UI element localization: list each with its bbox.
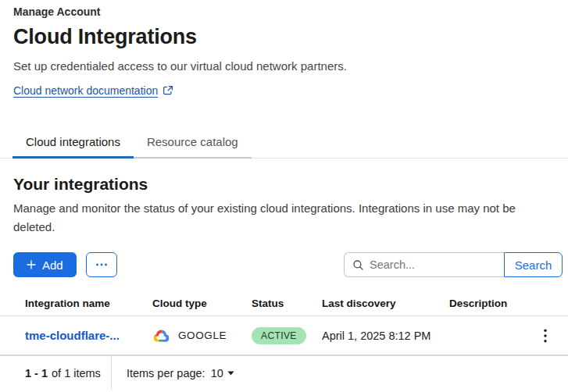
toolbar: Add Search	[13, 252, 563, 277]
search-icon	[352, 259, 364, 271]
footer-divider	[111, 356, 112, 390]
cloud-type-label: GOOGLE	[178, 330, 227, 341]
tab-bar: Cloud integrations Resource catalog	[0, 126, 568, 159]
page-description: Set up credentialed access to our virtua…	[13, 59, 555, 73]
search-box	[344, 252, 504, 277]
doc-link[interactable]: Cloud network documentation	[13, 84, 173, 97]
breadcrumb: Manage Account	[13, 5, 555, 18]
status-badge: ACTIVE	[252, 327, 306, 344]
doc-link-label: Cloud network documentation	[13, 84, 158, 97]
page-title: Cloud Integrations	[13, 25, 555, 49]
last-discovery-cell: April 1, 2025 8:12 PM	[322, 330, 449, 342]
external-link-icon	[163, 85, 173, 96]
cloud-integrations-page: Manage Account Cloud Integrations Set up…	[0, 0, 568, 392]
status-cell: ACTIVE	[252, 327, 322, 344]
search-group: Search	[344, 252, 563, 277]
items-per-page-value: 10	[211, 367, 223, 380]
kebab-menu-icon	[544, 329, 547, 343]
section-title: Your integrations	[13, 175, 555, 194]
table-header-row: Integration name Cloud type Status Last …	[0, 290, 568, 316]
items-per-page-label: Items per page:	[127, 367, 205, 380]
tab-cloud-integrations[interactable]: Cloud integrations	[13, 126, 134, 159]
tab-label: Cloud integrations	[26, 135, 120, 148]
google-cloud-icon	[152, 329, 170, 343]
plus-icon	[27, 260, 36, 269]
caret-down-icon	[227, 371, 234, 376]
toolbar-left: Add	[13, 252, 117, 277]
tab-label: Resource catalog	[147, 135, 238, 148]
pagination-range: 1 - 1	[25, 367, 48, 380]
table-row: tme-cloudflare-...	[0, 316, 568, 355]
add-button-label: Add	[42, 258, 63, 272]
column-header-description: Description	[449, 298, 537, 309]
cloud-type-cell: GOOGLE	[152, 329, 252, 343]
column-header-status: Status	[252, 298, 322, 309]
integration-name-link[interactable]: tme-cloudflare-...	[25, 329, 152, 342]
tab-resource-catalog[interactable]: Resource catalog	[134, 126, 252, 159]
add-button[interactable]: Add	[13, 252, 77, 277]
page-header: Manage Account Cloud Integrations Set up…	[0, 0, 568, 98]
items-per-page-select[interactable]: Items per page: 10	[127, 367, 234, 380]
row-actions-button[interactable]	[537, 326, 554, 346]
column-header-cloud-type: Cloud type	[152, 298, 252, 309]
search-button[interactable]: Search	[504, 252, 563, 277]
pagination-bar: 1 - 1 of 1 items Items per page: 10	[0, 355, 568, 390]
integrations-table: Integration name Cloud type Status Last …	[0, 290, 568, 355]
section-description: Manage and monitor the status of your ex…	[13, 199, 555, 237]
search-input[interactable]	[370, 258, 498, 271]
ellipsis-icon	[95, 263, 108, 266]
pagination-total: of 1 items	[52, 367, 101, 380]
column-header-last-discovery: Last discovery	[322, 298, 449, 309]
column-header-integration-name: Integration name	[25, 298, 152, 309]
overflow-menu-button[interactable]	[86, 252, 117, 277]
